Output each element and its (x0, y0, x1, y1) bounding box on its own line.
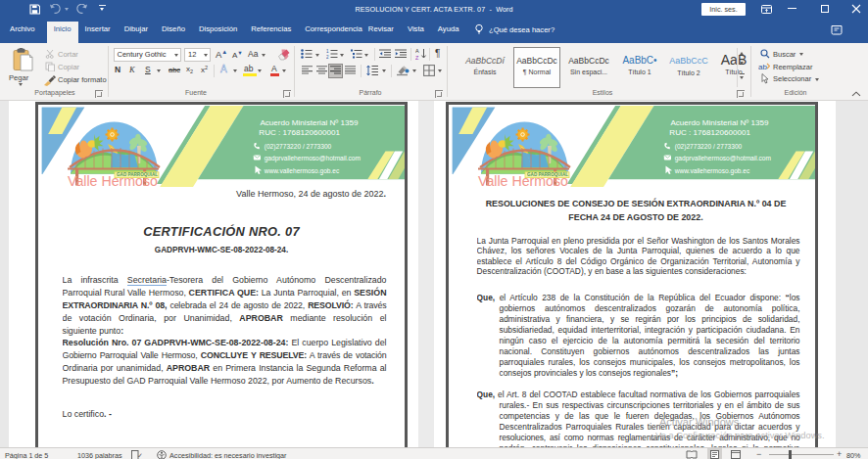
svg-text:✓: ✓ (137, 452, 142, 459)
svg-text:Z: Z (415, 55, 419, 61)
svg-text:A: A (415, 48, 419, 54)
svg-text:2: 2 (326, 55, 329, 59)
svg-text:ab: ab (758, 63, 767, 71)
svg-text:1: 1 (326, 49, 329, 54)
